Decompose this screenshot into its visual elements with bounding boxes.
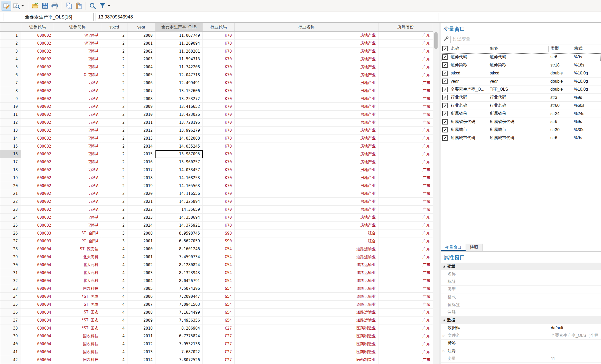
variable-row[interactable]: 所属省份 所属省份 str24 %24s [441, 110, 601, 118]
cell-tfp-ols[interactable]: 7.4590734 [155, 253, 203, 261]
cell-stock-name[interactable]: PT 金田A [54, 237, 101, 245]
row-number-cell[interactable]: 14 [0, 135, 21, 142]
row-number-cell[interactable]: 20 [0, 182, 21, 190]
cell-stock-name[interactable]: *ST 国农 [54, 324, 101, 332]
variable-filter-input[interactable] [450, 36, 601, 43]
cell-industry-code[interactable]: K70 [203, 182, 235, 190]
row-number-cell[interactable]: 6 [0, 71, 21, 79]
row-number-cell[interactable]: 17 [0, 158, 21, 166]
filter-dropdown-caret[interactable] [108, 5, 110, 6]
property-row[interactable]: 值标签 [441, 301, 601, 309]
cell-stkcd[interactable]: 2 [101, 214, 127, 222]
cell-stkcd[interactable]: 2 [101, 182, 127, 190]
row-number-cell[interactable]: 26 [0, 229, 21, 237]
cell-year[interactable]: 2004 [127, 277, 155, 285]
cell-stock-name[interactable]: 万科A [54, 127, 101, 135]
cell-tfp-ols[interactable]: 14.116556 [155, 190, 203, 198]
cell-industry-code[interactable]: K70 [203, 142, 235, 150]
cell-year[interactable]: 2000 [127, 32, 155, 40]
cell-stock-code[interactable]: 000002 [21, 214, 54, 222]
property-row[interactable]: 格式 [441, 293, 601, 301]
cell-industry-name[interactable]: 医药制造业 [235, 356, 378, 364]
cell-year[interactable]: 2019 [127, 182, 155, 190]
cell-stock-name[interactable]: 万科A [54, 222, 101, 229]
cell-tfp-ols[interactable]: 14.325894 [155, 198, 203, 206]
cell-stock-name[interactable]: 万科A [54, 55, 101, 63]
cell-industry-name[interactable]: 房地产业 [235, 63, 378, 71]
cell-year[interactable]: 2002 [127, 47, 155, 55]
cell-province[interactable]: 广东 [378, 79, 433, 87]
cell-year[interactable]: 2000 [127, 245, 155, 253]
cell-province[interactable]: 广东 [378, 103, 433, 111]
cell-stock-code[interactable]: 000002 [21, 135, 54, 142]
cell-stock-code[interactable]: 000003 [21, 229, 54, 237]
cell-industry-name[interactable]: 道路运输业 [235, 293, 378, 301]
cell-stkcd[interactable]: 4 [101, 317, 127, 324]
cell-industry-name[interactable]: 房地产业 [235, 47, 378, 55]
cell-year[interactable]: 2005 [127, 71, 155, 79]
cell-year[interactable]: 2015 [127, 150, 155, 158]
cell-year[interactable]: 2024 [127, 222, 155, 229]
cell-industry-name[interactable]: 房地产业 [235, 111, 378, 119]
cell-stkcd[interactable]: 2 [101, 158, 127, 166]
cell-stkcd[interactable]: 4 [101, 301, 127, 309]
cell-stock-code[interactable]: 000002 [21, 190, 54, 198]
row-number-cell[interactable]: 28 [0, 245, 21, 253]
cell-province[interactable]: 广东 [378, 63, 433, 71]
cell-stock-code[interactable]: 000004 [21, 293, 54, 301]
row-number-cell[interactable]: 27 [0, 237, 21, 245]
cell-stock-code[interactable]: 000002 [21, 79, 54, 87]
cell-stock-name[interactable]: 国农科技 [54, 340, 101, 348]
cell-stock-code[interactable]: 000004 [21, 301, 54, 309]
cell-stock-name[interactable]: 万科A [54, 190, 101, 198]
cell-year[interactable]: 2014 [127, 356, 155, 364]
cell-year[interactable]: 2021 [127, 198, 155, 206]
column-header[interactable]: 证券代码 [21, 23, 54, 31]
cell-tfp-ols[interactable]: 8.9598745 [155, 229, 203, 237]
cell-stock-code[interactable]: 000002 [21, 158, 54, 166]
cell-stkcd[interactable]: 2 [101, 55, 127, 63]
cell-year[interactable]: 2011 [127, 332, 155, 340]
cell-stock-code[interactable]: 000002 [21, 150, 54, 158]
variable-row[interactable]: 行业代码 行业代码 str3 %9s [441, 94, 601, 102]
cell-industry-code[interactable]: K70 [203, 222, 235, 229]
property-row[interactable]: 标签 [441, 340, 601, 347]
row-number-cell[interactable]: 25 [0, 222, 21, 229]
variable-row[interactable]: 全要素生产率_O... TFP_OLS double %10.0g [441, 85, 601, 94]
cell-stock-name[interactable]: 万科A [54, 103, 101, 111]
cell-tfp-ols[interactable]: 13.253272 [155, 95, 203, 103]
cell-province[interactable]: 广东 [378, 40, 433, 47]
cell-industry-code[interactable]: K70 [203, 71, 235, 79]
paste-button[interactable] [74, 1, 84, 11]
cell-tfp-ols[interactable]: 11.067749 [155, 32, 203, 40]
cell-province[interactable]: 广东 [378, 253, 433, 261]
data-browse-dropdown-caret[interactable] [21, 5, 24, 6]
cell-industry-name[interactable]: 医药制造业 [235, 332, 378, 340]
cell-industry-name[interactable]: 道路运输业 [235, 245, 378, 253]
cell-tfp-ols[interactable]: 14.350694 [155, 214, 203, 222]
cell-year[interactable]: 2007 [127, 301, 155, 309]
row-number-cell[interactable]: 15 [0, 142, 21, 150]
cell-industry-name[interactable]: 房地产业 [235, 32, 378, 40]
grid-vertical-scrollbar[interactable] [433, 23, 439, 364]
cell-stock-name[interactable]: 万科A [54, 47, 101, 55]
cell-stock-code[interactable]: 000002 [21, 119, 54, 127]
row-number-cell[interactable]: 24 [0, 214, 21, 222]
cell-province[interactable]: 广东 [378, 127, 433, 135]
cell-tfp-ols[interactable]: 7.1634499 [155, 309, 203, 317]
cell-tfp-ols[interactable]: 14.375921 [155, 222, 203, 229]
cell-year[interactable]: 2014 [127, 142, 155, 150]
cell-year[interactable]: 2008 [127, 309, 155, 317]
cell-stock-code[interactable]: 000002 [21, 166, 54, 174]
cell-province[interactable]: 广东 [378, 142, 433, 150]
cell-stock-code[interactable]: 000002 [21, 47, 54, 55]
cell-stock-name[interactable]: 万科A [54, 166, 101, 174]
cell-province[interactable]: 广东 [378, 119, 433, 127]
cell-stkcd[interactable]: 2 [101, 95, 127, 103]
cell-stock-code[interactable]: 000002 [21, 206, 54, 214]
cell-stock-name[interactable]: ST 国农 [54, 309, 101, 317]
cell-stkcd[interactable]: 4 [101, 348, 127, 356]
cell-stkcd[interactable]: 3 [101, 229, 127, 237]
cell-industry-name[interactable]: 房地产业 [235, 166, 378, 174]
cell-year[interactable]: 2010 [127, 111, 155, 119]
